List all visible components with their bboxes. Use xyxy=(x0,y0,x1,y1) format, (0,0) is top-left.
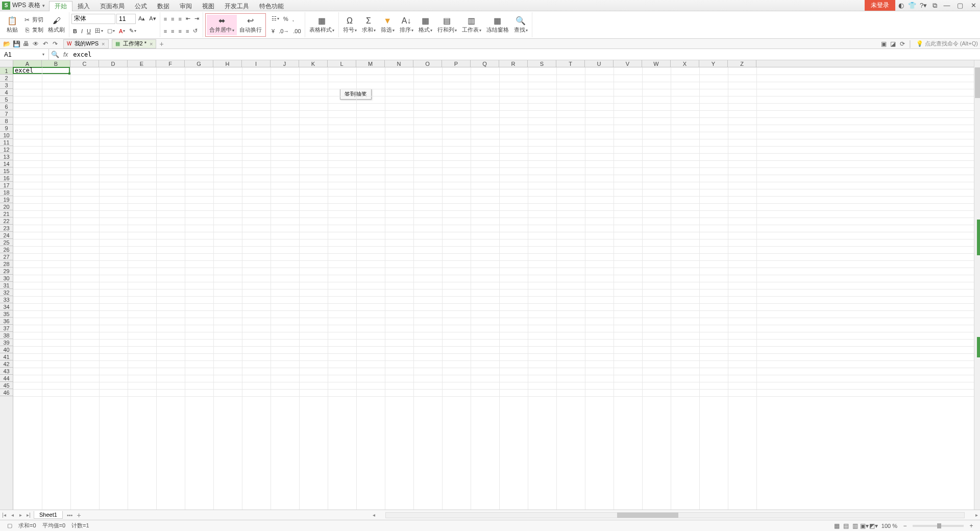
menu-tab-2[interactable]: 页面布局 xyxy=(95,1,130,11)
app-menu-drop[interactable]: ▾ xyxy=(42,3,47,8)
sort-button[interactable]: A↓排序▾ xyxy=(398,12,415,37)
menu-tab-6[interactable]: 视图 xyxy=(197,1,219,11)
col-header[interactable]: J xyxy=(271,60,299,67)
row-header[interactable]: 31 xyxy=(0,282,13,289)
doc-tab-workbook[interactable]: ▦ 工作簿2 * × xyxy=(112,39,157,49)
menu-tab-1[interactable]: 插入 xyxy=(72,1,95,11)
find-button[interactable]: 🔍查找▾ xyxy=(512,12,530,37)
format-painter-button[interactable]: 🖌 格式刷 xyxy=(46,19,67,31)
copy-button[interactable]: ⎘复制 xyxy=(21,25,45,35)
align-left-button[interactable]: ≡ xyxy=(162,26,168,36)
menu-tab-3[interactable]: 公式 xyxy=(130,1,152,11)
align-center-button[interactable]: ≡ xyxy=(169,26,176,36)
col-header[interactable]: K xyxy=(299,60,328,67)
align-top-button[interactable]: ≡ xyxy=(162,14,168,24)
row-header[interactable]: 3 xyxy=(0,82,13,89)
spreadsheet-grid[interactable]: ABCDEFGHIJKLMNOPQRSTUVWXYZ 1234567891011… xyxy=(0,60,974,510)
print-icon[interactable]: 🖶 xyxy=(21,40,31,48)
name-box[interactable]: A1 ▾ xyxy=(0,49,49,60)
hscroll-left[interactable]: ◂ xyxy=(370,512,377,518)
symbol-button[interactable]: Ω符号▾ xyxy=(341,12,359,37)
qat-icon-1[interactable]: ▣ xyxy=(879,40,889,47)
indent-decrease-button[interactable]: ⇤ xyxy=(184,14,192,24)
font-size-select[interactable] xyxy=(116,14,136,24)
comma-button[interactable]: , xyxy=(291,14,296,24)
row-header[interactable]: 18 xyxy=(0,189,13,196)
formula-input[interactable]: excel xyxy=(70,51,980,58)
fx-icon[interactable]: fx xyxy=(63,51,68,58)
row-header[interactable]: 6 xyxy=(0,103,13,110)
merge-center-button[interactable]: ⬌ 合并居中▾ xyxy=(207,15,237,35)
row-header[interactable]: 10 xyxy=(0,132,13,139)
col-header[interactable]: U xyxy=(585,60,614,67)
bold-button[interactable]: B xyxy=(71,26,79,36)
window-icon[interactable]: ⧉ xyxy=(929,0,940,11)
view-reading-button[interactable]: ▣▾ xyxy=(860,522,869,529)
formula-find-icon[interactable]: 🔍 xyxy=(49,51,61,58)
sheet-add-button[interactable]: + xyxy=(77,511,81,519)
row-header[interactable]: 32 xyxy=(0,289,13,296)
row-header[interactable]: 39 xyxy=(0,339,13,346)
view-normal-button[interactable]: ▦ xyxy=(832,522,842,529)
close-button[interactable]: ✕ xyxy=(967,0,980,11)
table-style-button[interactable]: ▦ 表格样式▾ xyxy=(307,12,336,37)
menu-tab-8[interactable]: 特色功能 xyxy=(254,1,289,11)
sheet-nav-last[interactable]: ▸| xyxy=(24,512,33,518)
row-header[interactable]: 16 xyxy=(0,175,13,182)
skin-icon[interactable]: ◐ xyxy=(895,0,906,11)
help-icon[interactable]: ?▾ xyxy=(918,0,929,11)
align-right-button[interactable]: ≡ xyxy=(177,26,183,36)
cells-area[interactable]: excel 签到抽奖 xyxy=(13,67,974,510)
currency-button[interactable]: ¥ xyxy=(270,26,276,36)
row-header[interactable]: 2 xyxy=(0,75,13,82)
scrollbar-thumb[interactable] xyxy=(617,513,678,518)
row-header[interactable]: 33 xyxy=(0,296,13,303)
col-header[interactable]: B xyxy=(42,60,70,67)
preview-icon[interactable]: 👁 xyxy=(31,40,40,48)
row-header[interactable]: 11 xyxy=(0,139,13,146)
decimal-inc-button[interactable]: .0→ xyxy=(277,26,290,36)
row-header[interactable]: 40 xyxy=(0,346,13,353)
orientation-button[interactable]: ↺ xyxy=(191,26,199,36)
filter-button[interactable]: ▼筛选▾ xyxy=(379,12,397,37)
sheet-tab[interactable]: Sheet1 xyxy=(34,511,63,519)
row-header[interactable]: 38 xyxy=(0,332,13,339)
close-icon[interactable]: × xyxy=(150,41,153,47)
col-header[interactable]: C xyxy=(70,60,99,67)
zoom-slider[interactable] xyxy=(913,525,964,527)
row-header[interactable]: 21 xyxy=(0,210,13,218)
active-cell[interactable]: excel xyxy=(13,67,70,74)
zoom-out-button[interactable]: − xyxy=(900,522,910,529)
horizontal-scrollbar[interactable] xyxy=(385,512,965,518)
search-command-hint[interactable]: 💡点此查找命令 (Alt+Q) xyxy=(916,40,978,47)
col-header[interactable]: S xyxy=(528,60,556,67)
font-color-button[interactable]: A▾ xyxy=(117,26,127,36)
column-headers[interactable]: ABCDEFGHIJKLMNOPQRSTUVWXYZ xyxy=(13,60,974,67)
fill-color-button[interactable]: ▢▾ xyxy=(106,26,116,36)
freeze-button[interactable]: ▦冻结窗格 xyxy=(484,12,511,37)
open-icon[interactable]: 📂 xyxy=(2,40,11,48)
side-handle-1[interactable] xyxy=(977,220,980,255)
save-icon[interactable]: 💾 xyxy=(12,40,21,48)
sheet-nav-prev[interactable]: ◂ xyxy=(8,512,16,518)
select-all-corner[interactable] xyxy=(0,60,13,67)
col-header[interactable]: P xyxy=(442,60,471,67)
login-button[interactable]: 未登录 xyxy=(865,0,895,11)
row-header[interactable]: 19 xyxy=(0,196,13,203)
align-justify-button[interactable]: ≡ xyxy=(184,26,190,36)
sheet-nav-next[interactable]: ▸ xyxy=(16,512,24,518)
row-header[interactable]: 41 xyxy=(0,353,13,360)
row-header[interactable]: 24 xyxy=(0,232,13,239)
row-header[interactable]: 34 xyxy=(0,303,13,310)
col-header[interactable]: I xyxy=(242,60,271,67)
row-header[interactable]: 29 xyxy=(0,268,13,275)
view-break-button[interactable]: ▥ xyxy=(851,522,860,529)
decrease-font-button[interactable]: A▾ xyxy=(148,14,157,24)
row-header[interactable]: 15 xyxy=(0,167,13,175)
zoom-in-button[interactable]: + xyxy=(967,522,976,529)
percent-button[interactable]: % xyxy=(282,14,290,24)
paste-button[interactable]: 📋 粘贴 xyxy=(4,19,20,31)
row-header[interactable]: 5 xyxy=(0,96,13,103)
view-custom-button[interactable]: ◩▾ xyxy=(869,522,878,529)
row-header[interactable]: 8 xyxy=(0,117,13,125)
